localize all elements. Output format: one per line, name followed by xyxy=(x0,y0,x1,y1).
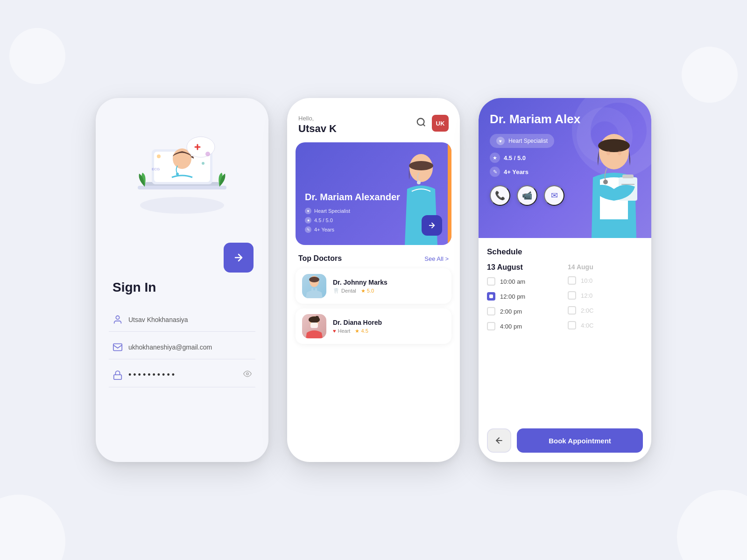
timeslot-1-4[interactable]: 4:00 pm xyxy=(487,322,562,330)
back-button[interactable] xyxy=(487,428,511,453)
timeslot-2-4[interactable]: 4:0C xyxy=(568,321,643,329)
password-field: •••••••••• xyxy=(109,363,255,387)
doctor-card-1[interactable]: Dr. Johnny Marks 🦷 Dental ★ 5.0 xyxy=(296,268,451,304)
doctor-name-2: Dr. Diana Horeb xyxy=(333,319,445,326)
svg-point-12 xyxy=(116,316,119,319)
timeslot-2-3[interactable]: 2:0C xyxy=(568,306,643,315)
svg-point-37 xyxy=(618,151,621,155)
banner-arrow-button[interactable] xyxy=(422,215,442,236)
checkbox-1-1[interactable] xyxy=(487,277,495,286)
phone-signin: ECG Sign In Utsav Khokhanasiya xyxy=(96,98,268,462)
call-button[interactable]: 📞 xyxy=(490,185,510,206)
time-2-3: 2:0C xyxy=(581,307,593,314)
pencil-stat-icon: ✎ xyxy=(490,167,500,177)
schedule-section: Schedule 13 August 10:00 am 12:00 pm xyxy=(479,238,651,423)
pencil-icon: ✎ xyxy=(305,226,311,233)
time-1-3: 2:00 pm xyxy=(500,308,522,315)
date-header-1: 13 August xyxy=(487,263,562,272)
specialty-badge: ♥ Heart Specialist xyxy=(490,134,554,148)
lock-icon xyxy=(113,370,123,380)
doctor-rating-2: ★ 4.5 xyxy=(355,328,368,334)
svg-rect-27 xyxy=(310,322,318,328)
checkbox-1-2[interactable] xyxy=(487,292,495,301)
profile-doctor-name: Dr. Mariam Alex xyxy=(490,112,640,126)
timeslot-1-2[interactable]: 12:00 pm xyxy=(487,292,562,301)
timeslot-2-1[interactable]: 10:0 xyxy=(568,276,643,285)
svg-text:ECG: ECG xyxy=(152,167,160,171)
date-column-1: 13 August 10:00 am 12:00 pm 2:00 pm xyxy=(487,263,562,337)
doctor-profile-header: Dr. Mariam Alex ♥ Heart Specialist ★ 4.5… xyxy=(479,98,651,238)
book-appointment-button[interactable]: Book Appointment xyxy=(517,428,643,453)
schedule-title: Schedule xyxy=(487,247,643,257)
doctor-info-2: Dr. Diana Horeb ♥ Heart ★ 4.5 xyxy=(333,319,445,334)
svg-point-16 xyxy=(417,118,424,125)
svg-point-0 xyxy=(140,197,224,214)
svg-rect-2 xyxy=(138,186,226,189)
password-dots: •••••••••• xyxy=(128,370,238,380)
svg-rect-31 xyxy=(622,175,634,178)
signin-arrow-button[interactable] xyxy=(224,243,254,273)
time-1-1: 10:00 am xyxy=(500,278,525,285)
banner-stripe xyxy=(448,142,451,245)
username-field: Utsav Khokhanasiya xyxy=(109,308,255,332)
time-1-4: 4:00 pm xyxy=(500,323,522,330)
checkbox-1-3[interactable] xyxy=(487,307,495,315)
doctor-card-2[interactable]: Dr. Diana Horeb ♥ Heart ★ 4.5 xyxy=(296,308,451,344)
time-1-2: 12:00 pm xyxy=(500,293,525,300)
svg-rect-23 xyxy=(315,288,317,292)
eye-icon[interactable] xyxy=(243,370,252,380)
time-2-2: 12:0 xyxy=(581,292,592,299)
svg-point-19 xyxy=(409,161,433,170)
svg-point-18 xyxy=(417,181,421,184)
date-header-2: 14 Augu xyxy=(568,263,643,271)
see-all-button[interactable]: See All > xyxy=(424,255,449,262)
rating-value: 4.5 / 5.0 xyxy=(504,154,526,161)
svg-point-9 xyxy=(202,162,204,165)
greeting-section: Hello, Utsav K xyxy=(298,115,337,135)
booking-bar: Book Appointment xyxy=(479,423,651,462)
checkbox-1-4[interactable] xyxy=(487,322,495,330)
message-button[interactable]: ✉ xyxy=(544,185,564,206)
email-field: ukhokhaneshiya@gmail.com xyxy=(109,336,255,359)
svg-point-7 xyxy=(187,137,215,157)
checkbox-2-1[interactable] xyxy=(568,276,576,285)
doctor-rating-1: ★ 5.0 xyxy=(361,288,374,294)
svg-rect-13 xyxy=(113,344,122,351)
svg-point-26 xyxy=(315,316,319,320)
heart-badge-icon: ♥ xyxy=(496,137,505,145)
checkbox-2-2[interactable] xyxy=(568,291,576,300)
email-icon xyxy=(113,342,123,352)
banner-rating-text: 4.5 / 5.0 xyxy=(314,217,333,223)
timeslot-2-2[interactable]: 12:0 xyxy=(568,291,643,300)
signin-title: Sign In xyxy=(109,280,156,295)
banner-specialty-text: Heart Specialist xyxy=(314,208,350,214)
greeting-text: Hello, xyxy=(298,115,337,122)
user-avatar[interactable]: UK xyxy=(432,115,449,132)
heart-icon: ♥ xyxy=(305,208,311,214)
banner-specialty-tag: ♥ Heart Specialist xyxy=(305,208,403,214)
featured-doctor-banner[interactable]: Dr. Mariam Alexander ♥ Heart Specialist … xyxy=(296,142,451,245)
banner-rating-tag: ★ 4.5 / 5.0 xyxy=(305,217,403,224)
checkbox-2-3[interactable] xyxy=(568,306,576,315)
doctor-profile-image xyxy=(581,126,647,238)
checkbox-2-4[interactable] xyxy=(568,321,576,329)
video-button[interactable]: 📹 xyxy=(517,185,537,206)
svg-rect-22 xyxy=(311,288,313,292)
svg-point-35 xyxy=(603,180,608,184)
search-button[interactable] xyxy=(416,117,426,130)
banner-experience-tag: ✎ 4+ Years xyxy=(305,226,403,233)
time-2-4: 4:0C xyxy=(581,322,593,329)
banner-experience-text: 4+ Years xyxy=(314,227,334,232)
doctor-specialty-2: ♥ Heart xyxy=(333,328,350,334)
doctor-info-1: Dr. Johnny Marks 🦷 Dental ★ 5.0 xyxy=(333,279,445,294)
timeslot-1-3[interactable]: 2:00 pm xyxy=(487,307,562,315)
top-doctors-header: Top Doctors See All > xyxy=(287,254,460,268)
banner-content: Dr. Mariam Alexander ♥ Heart Specialist … xyxy=(296,182,412,245)
svg-point-21 xyxy=(309,277,319,282)
star-icon: ★ xyxy=(305,217,311,224)
star-stat-icon: ★ xyxy=(490,153,500,163)
timeslot-1-1[interactable]: 10:00 am xyxy=(487,277,562,286)
doctor-avatar-1 xyxy=(302,274,326,298)
svg-point-6 xyxy=(176,173,179,175)
time-2-1: 10:0 xyxy=(581,277,592,284)
